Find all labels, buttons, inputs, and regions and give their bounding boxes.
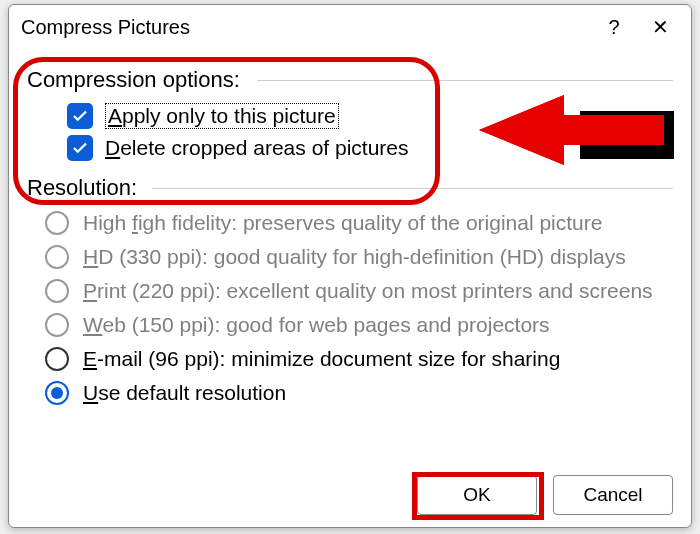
titlebar: Compress Pictures ? ✕ — [9, 5, 691, 49]
apply-only-label: Apply only to this picture — [105, 103, 339, 129]
dialog-title: Compress Pictures — [21, 16, 591, 39]
resolution-radio-2 — [45, 279, 69, 303]
delete-cropped-row[interactable]: Delete cropped areas of pictures — [67, 135, 673, 161]
delete-cropped-label: Delete cropped areas of pictures — [105, 136, 409, 160]
resolution-option-2: Print (220 ppi): excellent quality on mo… — [45, 279, 673, 303]
apply-only-checkbox[interactable] — [67, 103, 93, 129]
button-row: OK Cancel — [9, 467, 691, 527]
resolution-group: Resolution: High figh fidelity: preserve… — [27, 175, 673, 405]
cancel-button[interactable]: Cancel — [553, 475, 673, 515]
delete-cropped-checkbox[interactable] — [67, 135, 93, 161]
resolution-radio-1 — [45, 245, 69, 269]
apply-only-row[interactable]: Apply only to this picture — [67, 103, 673, 129]
checkmark-icon — [71, 139, 89, 157]
resolution-option-label: HD (330 ppi): good quality for high-defi… — [83, 245, 626, 269]
resolution-radio-0 — [45, 211, 69, 235]
compress-pictures-dialog: Compress Pictures ? ✕ Compression option… — [8, 4, 692, 528]
resolution-radio-3 — [45, 313, 69, 337]
resolution-radio-4[interactable] — [45, 347, 69, 371]
resolution-option-3: Web (150 ppi): good for web pages and pr… — [45, 313, 673, 337]
dialog-content: Compression options: Apply only to this … — [9, 49, 691, 467]
resolution-option-label: Print (220 ppi): excellent quality on mo… — [83, 279, 653, 303]
checkmark-icon — [71, 107, 89, 125]
resolution-option-5[interactable]: Use default resolution — [45, 381, 673, 405]
resolution-option-label: E-mail (96 ppi): minimize document size … — [83, 347, 560, 371]
compression-options-label: Compression options: — [27, 67, 673, 93]
resolution-option-0: High figh fidelity: preserves quality of… — [45, 211, 673, 235]
resolution-radio-5[interactable] — [45, 381, 69, 405]
help-button[interactable]: ? — [591, 9, 637, 45]
resolution-label: Resolution: — [27, 175, 673, 201]
close-button[interactable]: ✕ — [637, 9, 683, 45]
ok-button[interactable]: OK — [417, 475, 537, 515]
resolution-option-4[interactable]: E-mail (96 ppi): minimize document size … — [45, 347, 673, 371]
resolution-option-label: Use default resolution — [83, 381, 286, 405]
resolution-option-label: High figh fidelity: preserves quality of… — [83, 211, 602, 235]
resolution-option-1: HD (330 ppi): good quality for high-defi… — [45, 245, 673, 269]
resolution-option-label: Web (150 ppi): good for web pages and pr… — [83, 313, 550, 337]
